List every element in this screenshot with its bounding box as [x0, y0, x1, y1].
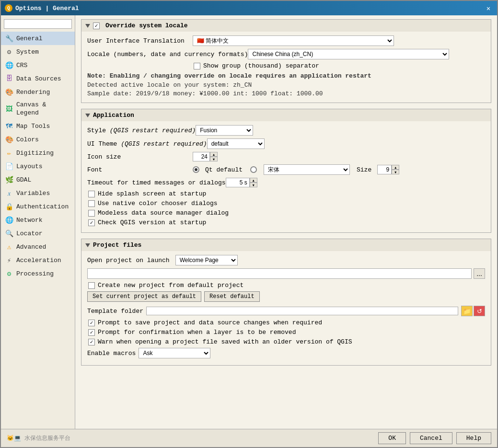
- project-path-input[interactable]: [87, 268, 472, 279]
- icon-size-down[interactable]: ▼: [210, 157, 218, 161]
- timeout-input[interactable]: [226, 178, 250, 187]
- create-default-checkbox[interactable]: [88, 282, 95, 289]
- sidebar-item-colors[interactable]: 🎨 Colors: [1, 133, 75, 147]
- canvas-icon: 🖼: [5, 105, 13, 114]
- sidebar-item-layouts[interactable]: 📄 Layouts: [1, 160, 75, 173]
- project-path-browse-button[interactable]: ...: [474, 268, 485, 279]
- sidebar-item-system[interactable]: ⚙ System: [1, 45, 75, 58]
- sidebar-item-network[interactable]: 🌐 Network: [1, 214, 75, 227]
- sidebar-label-acceleration: Acceleration: [16, 257, 61, 264]
- font-controls: Qt default 宋体 Size ▲ ▼: [193, 164, 399, 175]
- show-separator-label: Show group (thousand) separator: [203, 62, 319, 69]
- locale-section: Override system locale User Interface Tr…: [81, 19, 491, 103]
- show-separator-checkbox[interactable]: [194, 63, 200, 69]
- icon-size-input[interactable]: [193, 152, 210, 161]
- search-icon: 🔍: [5, 230, 13, 238]
- font-name-select[interactable]: 宋体: [264, 164, 350, 175]
- globe-icon: 🌐: [5, 61, 13, 69]
- sidebar-label-digitizing: Digitizing: [16, 149, 54, 157]
- check-qgis-checkbox[interactable]: [88, 219, 95, 226]
- timeout-spinbox-buttons: ▲ ▼: [250, 178, 257, 187]
- sidebar-label-authentication: Authentication: [16, 203, 69, 210]
- sidebar-item-rendering[interactable]: 🎨 Rendering: [1, 85, 75, 99]
- icon-size-up[interactable]: ▲: [210, 152, 218, 157]
- timeout-down[interactable]: ▼: [250, 183, 257, 187]
- sidebar-item-canvas-legend[interactable]: 🖼 Canvas &Legend: [1, 99, 75, 120]
- sidebar-item-locator[interactable]: 🔍 Locator: [1, 227, 75, 241]
- sidebar-item-gdal[interactable]: 🌿 GDAL: [1, 173, 75, 187]
- icon-size-row: Icon size ▲ ▼: [87, 152, 485, 161]
- font-size-label: Size: [357, 166, 371, 173]
- sidebar-item-digitizing[interactable]: ✏ Digitizing: [1, 147, 75, 160]
- native-color-checkbox[interactable]: [88, 200, 95, 207]
- check-qgis-row: Check QGIS version at startup: [87, 219, 485, 226]
- sidebar-item-data-sources[interactable]: 🗄 Data Sources: [1, 72, 75, 85]
- app-icon: Q: [5, 4, 12, 12]
- search-box[interactable]: [4, 19, 72, 29]
- sidebar: 🔧 General ⚙ System 🌐 CRS 🗄 Data Sources …: [1, 15, 75, 429]
- sidebar-item-processing[interactable]: ⚙ Processing: [1, 267, 75, 281]
- ui-translation-select[interactable]: 🇨🇳 简体中文: [193, 35, 394, 46]
- application-section-header[interactable]: Application: [81, 109, 491, 121]
- timeout-spinbox[interactable]: ▲ ▼: [226, 178, 257, 187]
- prompt-confirm-checkbox[interactable]: [88, 329, 95, 336]
- timeout-up[interactable]: ▲: [250, 178, 257, 183]
- locale-section-header[interactable]: Override system locale: [81, 20, 491, 32]
- font-size-down[interactable]: ▼: [392, 170, 399, 174]
- warn-older-checkbox[interactable]: [88, 339, 95, 345]
- pencil-icon: ✏: [5, 149, 13, 158]
- search-input[interactable]: [4, 19, 72, 29]
- template-folder-label: Template folder: [87, 308, 143, 315]
- locale-combo[interactable]: Chinese China (zh_CN): [248, 49, 449, 59]
- sidebar-label-layouts: Layouts: [16, 163, 43, 170]
- sidebar-item-map-tools[interactable]: 🗺 Map Tools: [1, 120, 75, 133]
- sidebar-item-acceleration[interactable]: ⚡ Acceleration: [1, 254, 75, 267]
- sidebar-item-variables[interactable]: 𝑥 Variables: [1, 187, 75, 200]
- reset-default-button[interactable]: Reset default: [204, 291, 260, 302]
- enable-macros-row: Enable macros Ask Always Never Not on st…: [87, 348, 485, 358]
- database-icon: 🗄: [5, 74, 13, 83]
- font-size-input[interactable]: [377, 165, 392, 174]
- paint-icon: 🎨: [5, 88, 13, 96]
- project-files-section-title: Project files: [93, 241, 141, 249]
- set-default-button[interactable]: Set current project as default: [87, 291, 201, 302]
- template-folder-browse-button[interactable]: 📁: [461, 306, 473, 316]
- hide-splash-checkbox[interactable]: [88, 191, 95, 197]
- sidebar-label-general: General: [16, 35, 43, 42]
- template-folder-input[interactable]: C:/Users/ThinkPad/AppData/Roaming/QGIS/Q…: [146, 307, 458, 315]
- sidebar-item-general[interactable]: 🔧 General: [1, 32, 75, 45]
- check-qgis-label: Check QGIS version at startup: [98, 219, 206, 226]
- cancel-button[interactable]: Cancel: [410, 432, 452, 444]
- font-radio1[interactable]: [193, 166, 199, 173]
- ui-translation-combo[interactable]: 🇨🇳 简体中文: [193, 35, 394, 46]
- help-button[interactable]: Help: [456, 432, 491, 444]
- watermark-label: 水保信息服务平台: [24, 435, 70, 442]
- style-select[interactable]: Fusion: [196, 125, 253, 136]
- sidebar-label-network: Network: [16, 217, 43, 224]
- ui-theme-select[interactable]: default: [207, 138, 265, 149]
- enable-macros-select[interactable]: Ask Always Never Not on startup: [139, 348, 210, 358]
- modeless-checkbox[interactable]: [88, 210, 95, 217]
- color-icon: 🎨: [5, 136, 13, 144]
- font-radio2[interactable]: [250, 166, 257, 173]
- processing-icon: ⚙: [5, 270, 13, 278]
- font-size-up[interactable]: ▲: [392, 165, 399, 170]
- ok-button[interactable]: OK: [378, 432, 406, 444]
- project-files-section-header[interactable]: Project files: [81, 239, 491, 251]
- project-files-section-body: Open project on launch Welcome Page Most…: [81, 251, 491, 365]
- font-size-spinbox-buttons: ▲ ▼: [392, 165, 399, 174]
- sidebar-item-crs[interactable]: 🌐 CRS: [1, 58, 75, 72]
- project-files-collapse-icon: [85, 243, 90, 247]
- open-project-select[interactable]: Welcome Page Most recent Specific: [175, 255, 238, 265]
- icon-size-spinbox[interactable]: ▲ ▼: [193, 152, 218, 161]
- sidebar-item-advanced[interactable]: ⚠ Advanced: [1, 241, 75, 254]
- close-button[interactable]: ✕: [484, 3, 493, 13]
- gdal-icon: 🌿: [5, 176, 13, 184]
- native-color-label: Use native color chooser dialogs: [98, 200, 218, 207]
- sidebar-item-authentication[interactable]: 🔒 Authentication: [1, 200, 75, 214]
- locale-checkbox[interactable]: [93, 23, 100, 29]
- locale-select[interactable]: Chinese China (zh_CN): [248, 49, 449, 59]
- template-folder-reset-button[interactable]: ↺: [474, 306, 485, 316]
- font-size-spinbox[interactable]: ▲ ▼: [377, 165, 399, 174]
- prompt-save-checkbox[interactable]: [88, 320, 95, 326]
